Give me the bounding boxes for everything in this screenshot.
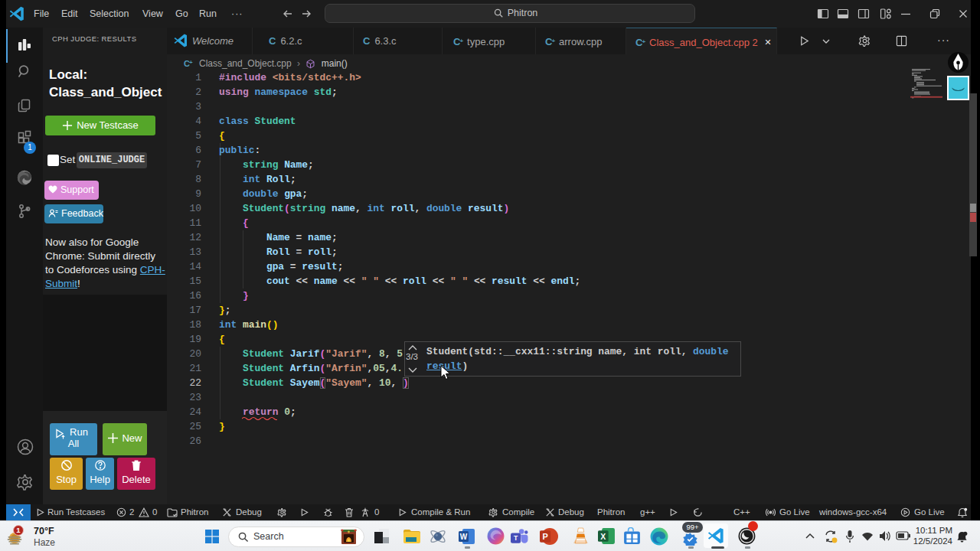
svg-text:T: T: [514, 534, 518, 542]
svg-text:P: P: [542, 532, 547, 541]
svg-text:W: W: [460, 533, 468, 541]
svg-text:X: X: [600, 533, 606, 541]
